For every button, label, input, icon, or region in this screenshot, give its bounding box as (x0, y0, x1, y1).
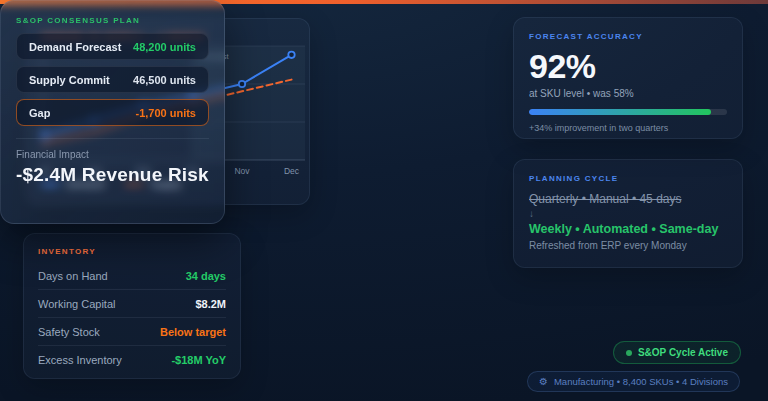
inventory-card: INVENTORY Days on Hand 34 days Working C… (23, 233, 241, 379)
accuracy-title: FORECAST ACCURACY (529, 32, 727, 41)
consensus-row-supply-commit: Supply Commit 46,500 units (16, 66, 209, 93)
badge-label: S&OP Cycle Active (638, 347, 728, 358)
accuracy-caption: +34% improvement in two quarters (529, 123, 727, 133)
org-summary-badge[interactable]: ⚙ Manufacturing • 8,400 SKUs • 4 Divisio… (527, 371, 740, 392)
accuracy-subtitle: at SKU level • was 58% (529, 88, 727, 99)
down-arrow-icon: ↓ (529, 208, 727, 219)
consensus-row-demand-forecast: Demand Forecast 48,200 units (16, 33, 209, 60)
cycle-new-process: Weekly • Automated • Same-day (529, 222, 727, 236)
gear-icon: ⚙ (539, 377, 548, 387)
cycle-caption: Refreshed from ERP every Monday (529, 240, 727, 251)
consensus-row-label: Demand Forecast (29, 41, 121, 53)
inventory-row-value: $8.2M (195, 298, 226, 310)
sop-cycle-active-badge[interactable]: S&OP Cycle Active (613, 341, 741, 364)
consensus-row-gap: Gap -1,700 units (16, 99, 209, 126)
inventory-row-excess-inventory: Excess Inventory -$18M YoY (38, 345, 226, 373)
inventory-row-label: Excess Inventory (38, 354, 122, 366)
accuracy-value: 92% (529, 49, 727, 83)
financial-impact-value: -$2.4M Revenue Risk (16, 164, 209, 186)
accuracy-progress-fill (529, 109, 711, 115)
cycle-title: PLANNING CYCLE (529, 174, 727, 183)
status-dot-icon (626, 350, 632, 356)
inventory-row-value: Below target (160, 326, 226, 338)
inventory-row-label: Working Capital (38, 298, 115, 310)
inventory-row-safety-stock: Safety Stock Below target (38, 317, 226, 345)
badge-label: Manufacturing • 8,400 SKUs • 4 Divisions (554, 376, 728, 387)
accuracy-progress-track (529, 109, 727, 115)
forecast-accuracy-card: FORECAST ACCURACY 92% at SKU level • was… (513, 17, 743, 139)
planning-cycle-card: PLANNING CYCLE Quarterly • Manual • 45 d… (513, 159, 743, 268)
inventory-row-value: -$18M YoY (171, 354, 226, 366)
cycle-old-process: Quarterly • Manual • 45 days (529, 192, 727, 206)
inventory-row-label: Days on Hand (38, 270, 108, 282)
inventory-row-label: Safety Stock (38, 326, 100, 338)
consensus-plan-card: S&OP CONSENSUS PLAN Demand Forecast 48,2… (0, 0, 225, 224)
consensus-title: S&OP CONSENSUS PLAN (16, 16, 209, 25)
consensus-row-label: Supply Commit (29, 74, 110, 86)
consensus-row-value: -1,700 units (135, 107, 196, 119)
inventory-title: INVENTORY (38, 247, 226, 256)
svg-text:Dec: Dec (284, 166, 300, 176)
financial-impact-label: Financial Impact (16, 149, 209, 160)
consensus-row-label: Gap (29, 107, 50, 119)
inventory-row-value: 34 days (186, 270, 226, 282)
consensus-divider (16, 138, 209, 139)
consensus-row-value: 46,500 units (133, 74, 196, 86)
svg-text:Nov: Nov (234, 166, 250, 176)
consensus-row-value: 48,200 units (133, 41, 196, 53)
inventory-row-days-on-hand: Days on Hand 34 days (38, 262, 226, 289)
sop-dashboard: DEMAND VS SUPPLY — 6 MONTH ForecastJulAu… (0, 0, 768, 401)
inventory-row-working-capital: Working Capital $8.2M (38, 289, 226, 317)
